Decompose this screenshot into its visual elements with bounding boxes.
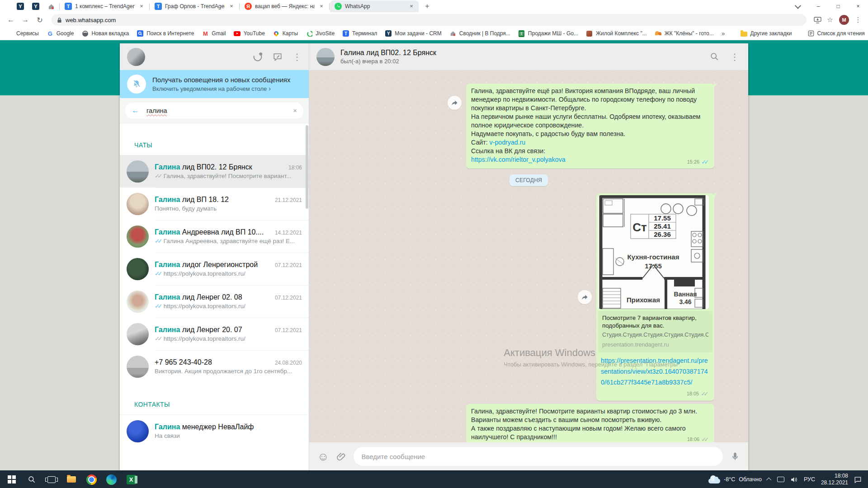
tab-close-icon[interactable]: ×	[138, 3, 145, 10]
search-clear-icon[interactable]: ×	[293, 107, 297, 114]
address-bar[interactable]: web.whatsapp.com	[52, 14, 807, 26]
browser-menu-icon[interactable]: ⋮	[853, 14, 863, 25]
tray-device-icon[interactable]	[777, 477, 784, 482]
mic-icon[interactable]	[730, 451, 740, 461]
chat-header-info[interactable]: Галина лид ВП02. 12 Брянск был(-а) вчера…	[340, 49, 704, 65]
screen: Y Y T 1 комплекс – TrendAgent × T Граф О…	[0, 0, 868, 488]
floor-plan-image[interactable]: Ст 17.55 25.41 26.36	[598, 195, 709, 309]
forward-message-button[interactable]	[448, 96, 462, 110]
tab-whatsapp[interactable]: WhatsApp ×	[330, 0, 419, 12]
outgoing-message[interactable]: Галина, здравствуйте! Посмотрите вариант…	[466, 404, 714, 442]
forward-button[interactable]: →	[19, 14, 32, 26]
window-close-button[interactable]: ×	[848, 0, 868, 13]
back-button[interactable]: ←	[5, 14, 17, 26]
tab-separator	[149, 3, 150, 10]
notifications-banner[interactable]: Получать оповещения о новых сообщениях В…	[120, 70, 309, 98]
pinned-tab-yandex-2[interactable]: Y	[28, 0, 43, 12]
emoji-icon[interactable]: ☺	[317, 451, 329, 462]
reload-button[interactable]: ↻	[33, 14, 46, 26]
start-button[interactable]	[2, 470, 22, 488]
bookmark-kleny[interactable]: ЖК "Клёны" - гото...	[655, 30, 714, 37]
chat-list-item-galina-andreevna[interactable]: Галина Андреевна лид ВП 10.... 14.12.202…	[120, 220, 309, 253]
presentation-link[interactable]: https://presentation.trendagent.ru/prese…	[598, 352, 712, 388]
action-center-icon[interactable]	[854, 476, 862, 483]
vk-link[interactable]: https://vk.com/rieltor_v.polyakova	[471, 156, 566, 163]
volume-icon[interactable]	[790, 476, 798, 483]
search-query[interactable]: галина	[146, 107, 286, 114]
bookmarks-overflow-icon[interactable]: »	[722, 30, 725, 37]
file-explorer-button[interactable]	[61, 470, 81, 488]
chrome-button[interactable]	[81, 470, 101, 488]
window-minimize-button[interactable]: –	[808, 0, 828, 13]
bookmark-new-tab[interactable]: Новая вкладка	[81, 30, 129, 37]
bookmark-web-search[interactable]: Поиск в Интернете	[137, 30, 194, 37]
chat-list-item-galina-vp18[interactable]: Галина лид ВП 18. 12 21.12.2021 ✓✓ Понят…	[120, 188, 309, 220]
tab-close-icon[interactable]: ×	[318, 3, 325, 10]
house-icon	[449, 30, 457, 37]
pinned-tab-home[interactable]	[43, 0, 59, 12]
bookmark-gmail[interactable]: M Gmail	[202, 30, 226, 37]
clock[interactable]: 18:08 28.12.2021	[821, 473, 848, 486]
chat-list-item-galina-lenreg-2007[interactable]: Галина лид Ленрег 20. 07 07.12.2021 ✓✓ h…	[120, 318, 309, 350]
outgoing-media-message[interactable]: Ст 17.55 25.41 26.36	[596, 193, 714, 401]
language-indicator[interactable]: РУС	[804, 476, 815, 483]
message-input[interactable]	[354, 447, 723, 466]
plan-room-bath-area: 3.46	[679, 298, 691, 305]
chat-list-item-galina-lenreg-0208[interactable]: Галина лид Ленрег 02. 08 07.12.2021 ✓✓ h…	[120, 285, 309, 318]
chat-avatar[interactable]	[316, 48, 335, 66]
reading-list[interactable]: Список для чтения	[807, 30, 865, 37]
bookmark-youtube[interactable]: YouTube	[234, 30, 265, 37]
tab-trendagent-1[interactable]: T 1 комплекс – TrendAgent ×	[60, 0, 149, 12]
attach-icon[interactable]	[336, 451, 346, 461]
bookmark-crm-tasks[interactable]: Y Мои задачи - CRM	[385, 30, 441, 37]
bookmark-google[interactable]: G Google	[47, 30, 74, 37]
sidebar-actions: ⋮	[253, 52, 302, 62]
weather-widget[interactable]: -8°C Облачно	[708, 476, 762, 483]
edge-button[interactable]	[101, 470, 121, 488]
bookmark-servisy[interactable]: Сервисы	[6, 30, 39, 37]
bookmark-terminal[interactable]: T Терминал	[342, 30, 377, 37]
tab-trendagent-2[interactable]: T Граф Орлов - TrendAgent ×	[150, 0, 239, 12]
bookmark-sales-sheet[interactable]: Продажи МШ - Go...	[518, 30, 578, 37]
site-link[interactable]: v-podryad.ru	[490, 139, 526, 146]
sidebar-scrollbar[interactable]	[306, 125, 308, 209]
browser-profile-avatar[interactable]: M	[839, 15, 849, 25]
terminal-icon: T	[342, 30, 349, 37]
sidebar: ⋮ Получать оповещения о новых сообщениях…	[120, 43, 309, 470]
tab-yandex-search[interactable]: Я вацап веб — Яндекс: нашлось 3 ×	[240, 0, 329, 12]
outgoing-message[interactable]: Галина, здравствуйте ещё раз! Виктория к…	[466, 84, 714, 169]
taskbar-search-button[interactable]	[22, 470, 42, 488]
forward-message-button[interactable]	[578, 290, 592, 304]
contact-list-item-galina-nevalife[interactable]: Галина менеджер НеваЛайф На связи	[120, 414, 309, 447]
chat-list-item-phone[interactable]: +7 965 243-40-28 24.08.2020 ✓✓ Виктория.…	[120, 350, 309, 383]
install-icon[interactable]	[812, 14, 823, 25]
excel-button[interactable]: X	[121, 470, 141, 488]
pinned-tab-yandex-1[interactable]: Y	[13, 0, 28, 12]
tab-close-icon[interactable]: ×	[408, 3, 415, 10]
tab-search-caret-icon[interactable]	[795, 3, 801, 9]
bookmark-svodnik[interactable]: Сводник | В Подря...	[449, 30, 510, 37]
bookmark-maps[interactable]: Карты	[273, 30, 298, 37]
link-preview-card[interactable]: Посмотрите 7 вариантов квартир, подобран…	[598, 311, 712, 352]
tab-close-icon[interactable]: ×	[228, 3, 235, 10]
chat-list-item-galina-lenregionstroy[interactable]: Галина лидог Ленрегионстрой 07.12.2021 ✓…	[120, 253, 309, 285]
window-maximize-button[interactable]: □	[828, 0, 848, 13]
bookmark-jivosite[interactable]: JivoSite	[306, 30, 335, 37]
new-chat-icon[interactable]	[273, 52, 283, 62]
chat-menu-icon[interactable]: ⋮	[730, 52, 739, 61]
delivered-ticks-icon: ✓✓	[155, 335, 160, 342]
search-messages-icon[interactable]	[710, 52, 719, 61]
search-input[interactable]: ← галина ×	[125, 103, 303, 119]
banner-subtitle[interactable]: Включить уведомления на рабочем столе›	[152, 85, 290, 92]
new-tab-button[interactable]: +	[421, 0, 433, 12]
bookmark-zhiloy-komplex[interactable]: Жилой Комплекс "...	[586, 30, 647, 37]
tray-expand-icon[interactable]	[766, 478, 771, 483]
my-avatar[interactable]	[127, 48, 145, 66]
bookmark-star-icon[interactable]: ☆	[825, 14, 835, 25]
sidebar-menu-icon[interactable]: ⋮	[292, 52, 302, 61]
other-bookmarks[interactable]: Другие закладки	[741, 30, 792, 37]
task-view-button[interactable]	[42, 470, 61, 488]
chat-list-item-galina-bryansk[interactable]: Галина лид ВП02. 12 Брянск 18:06 ✓✓ Гали…	[120, 155, 309, 188]
status-icon[interactable]	[253, 52, 263, 62]
search-back-icon[interactable]: ←	[132, 106, 139, 115]
